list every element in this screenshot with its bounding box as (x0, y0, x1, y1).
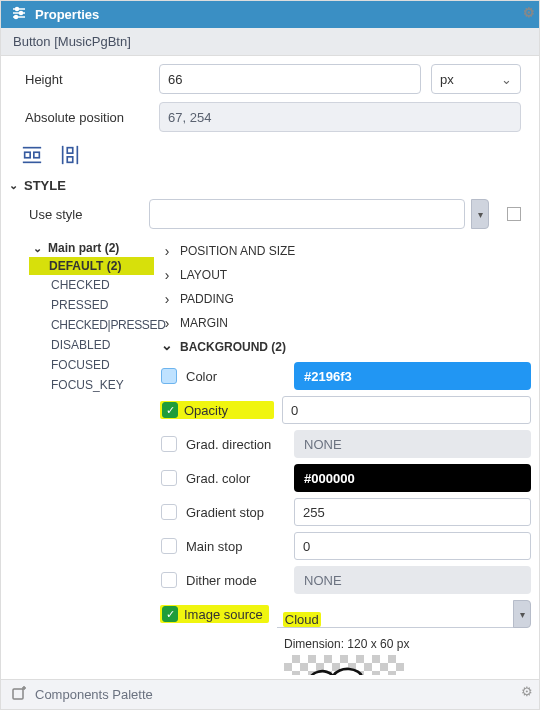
bg-gradient-stop-checkbox[interactable] (161, 504, 177, 520)
svg-rect-11 (67, 157, 73, 163)
components-palette-footer[interactable]: Components Palette ⚙ (1, 679, 539, 709)
height-label: Height (19, 72, 149, 87)
add-component-icon (11, 685, 27, 704)
tree-state-checked[interactable]: CHECKED (29, 275, 154, 295)
bg-grad-color-checkbox[interactable] (161, 470, 177, 486)
chevron-down-icon (160, 339, 174, 355)
bg-color-text: #2196f3 (304, 369, 352, 384)
bg-grad-color-value[interactable]: #000000 (294, 464, 531, 492)
use-style-label: Use style (29, 207, 139, 222)
bg-opacity-checkbox[interactable]: ✓ (162, 402, 178, 418)
image-preview (284, 655, 404, 675)
bg-image-source-checkbox[interactable]: ✓ (162, 606, 178, 622)
bg-main-stop-input[interactable] (294, 532, 531, 560)
group-padding[interactable]: PADDING (160, 287, 531, 311)
tree-main-part-label: Main part (2) (48, 241, 119, 255)
align-distribute-horizontal-icon[interactable] (19, 142, 45, 168)
tree-state-checkedpressed[interactable]: CHECKED|PRESSED (29, 315, 154, 335)
chevron-right-icon (160, 291, 174, 307)
tree-state-pressed[interactable]: PRESSED (29, 295, 154, 315)
group-label: LAYOUT (180, 268, 227, 282)
tree-state-focus-key[interactable]: FOCUS_KEY (29, 375, 154, 395)
bg-grad-direction-text: NONE (304, 437, 342, 452)
group-label: BACKGROUND (2) (180, 340, 286, 354)
tree-default[interactable]: DEFAULT (2) (29, 257, 154, 275)
image-dimension-label: Dimension: 120 x 60 px (160, 631, 531, 655)
bg-opacity-label: Opacity (184, 403, 268, 418)
sliders-icon (11, 5, 27, 24)
svg-rect-6 (25, 152, 31, 158)
bg-dither-mode-text: NONE (304, 573, 342, 588)
chevron-right-icon (160, 243, 174, 259)
svg-rect-9 (34, 152, 40, 158)
group-background[interactable]: BACKGROUND (2) (160, 335, 531, 359)
properties-panel-header: Properties ⚙ (1, 1, 539, 28)
absolute-position-value (159, 102, 521, 132)
svg-point-1 (16, 8, 19, 11)
panel-settings-icon[interactable]: ⚙ (521, 684, 533, 699)
style-section-header[interactable]: ⌄ STYLE (1, 176, 539, 197)
group-label: POSITION AND SIZE (180, 244, 295, 258)
group-label: MARGIN (180, 316, 228, 330)
tree-default-label: DEFAULT (2) (49, 259, 121, 273)
bg-gradient-stop-label: Gradient stop (186, 505, 286, 520)
style-parts-tree: ⌄ Main part (2) DEFAULT (2) CHECKED PRES… (19, 239, 154, 675)
bg-color-checkbox[interactable] (161, 368, 177, 384)
use-style-select[interactable] (149, 199, 465, 229)
layout-toolbar (1, 140, 539, 176)
panel-title: Properties (35, 7, 99, 22)
bg-opacity-input[interactable] (282, 396, 531, 424)
group-label: PADDING (180, 292, 234, 306)
absolute-position-label: Absolute position (19, 110, 149, 125)
bg-main-stop-checkbox[interactable] (161, 538, 177, 554)
bg-main-stop-label: Main stop (186, 539, 286, 554)
use-style-checkbox[interactable] (507, 207, 521, 221)
bg-dither-mode-checkbox[interactable] (161, 572, 177, 588)
bg-grad-direction-label: Grad. direction (186, 437, 286, 452)
svg-point-5 (15, 16, 18, 19)
height-unit-value: px (440, 72, 454, 87)
bg-image-source-select[interactable]: Cloud (277, 600, 517, 628)
bg-color-value[interactable]: #2196f3 (294, 362, 531, 390)
svg-rect-14 (13, 689, 23, 699)
chevron-down-icon: ⌄ (9, 179, 18, 192)
bg-grad-color-text: #000000 (304, 471, 355, 486)
chevron-down-icon: ⌄ (501, 72, 512, 87)
bg-color-label: Color (186, 369, 286, 384)
bg-dither-mode-label: Dither mode (186, 573, 286, 588)
tree-state-focused[interactable]: FOCUSED (29, 355, 154, 375)
bg-grad-direction-checkbox[interactable] (161, 436, 177, 452)
bg-image-source-label: Image source (184, 607, 263, 622)
chevron-right-icon (160, 315, 174, 331)
use-style-dropdown-button[interactable]: ▾ (471, 199, 489, 229)
group-position-and-size[interactable]: POSITION AND SIZE (160, 239, 531, 263)
bg-grad-direction-value[interactable]: NONE (294, 430, 531, 458)
chevron-right-icon (160, 267, 174, 283)
tree-main-part[interactable]: ⌄ Main part (2) (29, 239, 154, 257)
panel-settings-icon[interactable]: ⚙ (523, 5, 535, 20)
svg-rect-10 (67, 148, 73, 154)
bg-grad-color-label: Grad. color (186, 471, 286, 486)
group-layout[interactable]: LAYOUT (160, 263, 531, 287)
object-identifier: Button [MusicPgBtn] (1, 28, 539, 56)
bg-image-source-value: Cloud (283, 612, 321, 627)
group-margin[interactable]: MARGIN (160, 311, 531, 335)
height-input[interactable] (159, 64, 421, 94)
bg-image-source-dropdown-button[interactable]: ▾ (513, 600, 531, 628)
bg-gradient-stop-input[interactable] (294, 498, 531, 526)
chevron-down-icon: ⌄ (33, 242, 42, 255)
svg-point-3 (20, 12, 23, 15)
style-section-label: STYLE (24, 178, 66, 193)
bg-dither-mode-value[interactable]: NONE (294, 566, 531, 594)
tree-state-disabled[interactable]: DISABLED (29, 335, 154, 355)
align-distribute-vertical-icon[interactable] (57, 142, 83, 168)
height-unit-select[interactable]: px ⌄ (431, 64, 521, 94)
components-palette-label: Components Palette (35, 687, 153, 702)
